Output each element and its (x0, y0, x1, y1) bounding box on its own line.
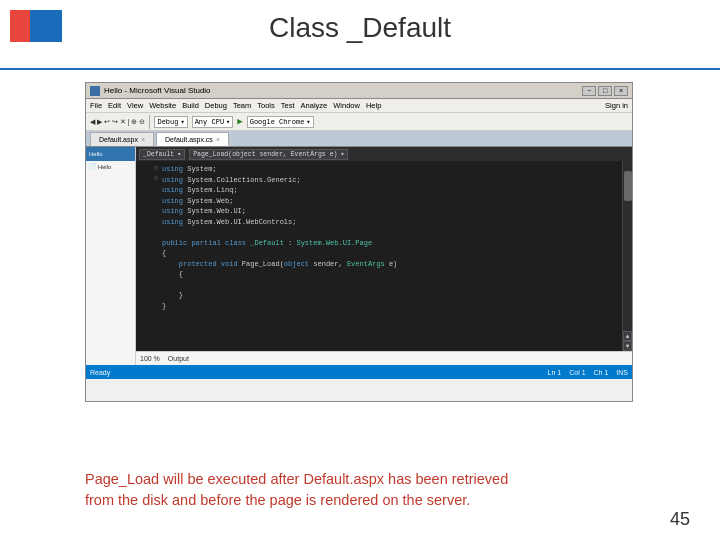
cpu-dropdown[interactable]: Any CPU ▾ (192, 116, 234, 128)
vs-status-ch: Ch 1 (594, 369, 609, 376)
cpu-arrow: ▾ (226, 118, 230, 126)
menu-file[interactable]: File (90, 101, 102, 110)
code-line-12 (162, 280, 620, 291)
vs-screenshot: Hello - Microsoft Visual Studio − □ × Fi… (85, 82, 633, 402)
line-num-10: ⊟ (136, 174, 158, 184)
vs-code-content[interactable]: using System; using System.Collections.G… (160, 161, 622, 351)
vs-main-editor: _Default ▾ Page_Load(object sender, Even… (136, 147, 632, 365)
vs-code-area: Hello 📄 Hello _Default ▾ Page_Load(objec… (86, 147, 632, 365)
debug-label: Debug (157, 118, 178, 126)
menu-website[interactable]: Website (149, 101, 176, 110)
vs-minimize-button[interactable]: − (582, 86, 596, 96)
browser-label: Google Chrome (250, 118, 305, 126)
vs-sidebar-header: Hello (86, 147, 135, 161)
code-line-7 (162, 227, 620, 238)
code-line-1: using System; (162, 164, 620, 175)
line-num-8: ⊟ (136, 164, 158, 174)
menu-build[interactable]: Build (182, 101, 199, 110)
vs-titlebar: Hello - Microsoft Visual Studio − □ × (86, 83, 632, 99)
vs-maximize-button[interactable]: □ (598, 86, 612, 96)
tab-default-aspx[interactable]: Default.aspx × (90, 132, 154, 146)
code-line-9: { (162, 248, 620, 259)
play-button[interactable]: ▶ (237, 116, 242, 127)
vs-status-right: Ln 1 Col 1 Ch 1 INS (548, 369, 628, 376)
menu-tools[interactable]: Tools (257, 101, 275, 110)
menu-help[interactable]: Help (366, 101, 381, 110)
menu-window[interactable]: Window (333, 101, 360, 110)
vs-scroll-thumb (624, 171, 632, 201)
vs-editor[interactable]: ⊟ ⊟ using System; using System.Collectio… (136, 161, 632, 351)
class-dropdown-arrow: ▾ (177, 150, 181, 158)
vs-line-numbers: ⊟ ⊟ (136, 161, 160, 351)
tab-default-aspx-label: Default.aspx (99, 136, 138, 143)
toolbar-icons: ◀ ▶ ↩ ↪ ✕ | ⊕ ⊖ (90, 118, 145, 126)
method-dropdown-label: Page_Load(object sender, EventArgs e) (193, 151, 337, 158)
menu-analyze[interactable]: Analyze (301, 101, 328, 110)
sidebar-item-hello: 📄 Hello (89, 163, 132, 173)
vs-status-col: Col 1 (569, 369, 585, 376)
cpu-label: Any CPU (195, 118, 224, 126)
menu-team[interactable]: Team (233, 101, 251, 110)
menu-view[interactable]: View (127, 101, 143, 110)
vs-status-ins: INS (616, 369, 628, 376)
vs-tabs: Default.aspx × Default.aspx.cs × (86, 131, 632, 147)
code-line-6: using System.Web.UI.WebControls; (162, 217, 620, 228)
method-dropdown-arrow: ▾ (340, 150, 344, 158)
class-dropdown-label: _Default (143, 151, 174, 158)
vs-nav-bar: _Default ▾ Page_Load(object sender, Even… (136, 147, 632, 161)
code-line-2: using System.Collections.Generic; (162, 175, 620, 186)
code-line-4: using System.Web; (162, 196, 620, 207)
vs-output-bar: 100 % Output (136, 351, 632, 365)
debug-dropdown[interactable]: Debug ▾ (154, 116, 187, 128)
title-divider (0, 68, 720, 70)
vs-titlebar-text: Hello - Microsoft Visual Studio (90, 86, 211, 96)
vs-status-ln: Ln 1 (548, 369, 562, 376)
browser-dropdown[interactable]: Google Chrome ▾ (247, 116, 314, 128)
code-line-11: { (162, 269, 620, 280)
vs-window-buttons: − □ × (582, 86, 628, 96)
tab-default-aspx-cs-close[interactable]: × (216, 136, 220, 143)
code-line-3: using System.Linq; (162, 185, 620, 196)
vs-zoom-label: 100 % (140, 355, 160, 362)
bottom-text-line1: Page_Load will be executed after Default… (85, 469, 670, 491)
vs-menubar: File Edit View Website Build Debug Team … (86, 99, 632, 113)
vs-title-label: Hello - Microsoft Visual Studio (104, 86, 211, 95)
slide-title: Class _Default (0, 12, 720, 44)
code-line-8: public partial class _Default : System.W… (162, 238, 620, 249)
vs-scroll-arrows: ▲ ▼ (623, 331, 632, 351)
menu-test[interactable]: Test (281, 101, 295, 110)
scroll-up-arrow[interactable]: ▲ (623, 331, 632, 341)
browser-arrow: ▾ (306, 118, 310, 126)
vs-output-label: Output (168, 355, 189, 362)
vs-sidebar-content: 📄 Hello (86, 161, 135, 175)
class-dropdown[interactable]: _Default ▾ (139, 149, 185, 160)
vs-sidebar-label: Hello (89, 151, 103, 157)
vs-status-ready: Ready (90, 369, 110, 376)
vs-logo-icon (90, 86, 100, 96)
tab-default-aspx-cs-label: Default.aspx.cs (165, 136, 213, 143)
toolbar-separator (149, 115, 150, 129)
method-dropdown[interactable]: Page_Load(object sender, EventArgs e) ▾ (189, 149, 348, 160)
tab-default-aspx-cs[interactable]: Default.aspx.cs × (156, 132, 229, 146)
vs-close-button[interactable]: × (614, 86, 628, 96)
scroll-down-arrow[interactable]: ▼ (623, 341, 632, 351)
tab-default-aspx-close[interactable]: × (141, 136, 145, 143)
vs-scrollbar[interactable]: ▲ ▼ (622, 161, 632, 351)
page-number: 45 (670, 509, 690, 530)
menu-signin[interactable]: Sign in (605, 101, 628, 110)
menu-debug[interactable]: Debug (205, 101, 227, 110)
vs-sidebar: Hello 📄 Hello (86, 147, 136, 365)
bottom-text: Page_Load will be executed after Default… (85, 469, 670, 513)
vs-toolbar: ◀ ▶ ↩ ↪ ✕ | ⊕ ⊖ Debug ▾ Any CPU ▾ ▶ Goog… (86, 113, 632, 131)
code-line-13: } (162, 290, 620, 301)
code-line-10: protected void Page_Load(object sender, … (162, 259, 620, 270)
menu-edit[interactable]: Edit (108, 101, 121, 110)
bottom-text-line2: from the disk and before the page is ren… (85, 490, 670, 512)
code-line-14: } (162, 301, 620, 312)
debug-arrow: ▾ (180, 118, 184, 126)
code-line-5: using System.Web.UI; (162, 206, 620, 217)
vs-statusbar: Ready Ln 1 Col 1 Ch 1 INS (86, 365, 632, 379)
